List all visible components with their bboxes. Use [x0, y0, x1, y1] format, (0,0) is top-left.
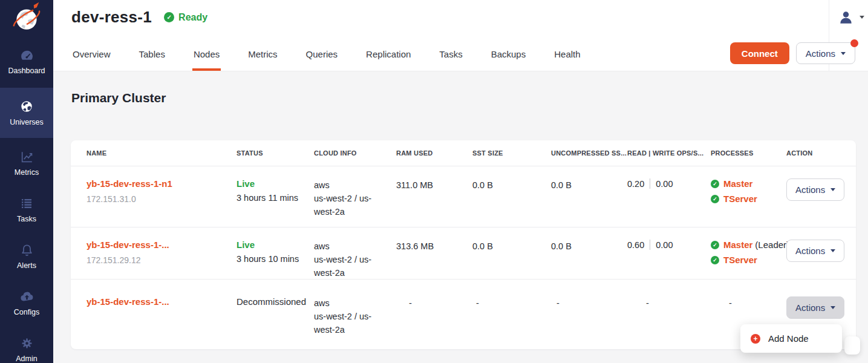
chevron-down-icon — [830, 306, 835, 309]
sidebar: Dashboard Universes Metrics — [0, 0, 53, 363]
check-circle-icon — [711, 241, 719, 249]
process-tserver-link[interactable]: TServer — [723, 194, 757, 204]
cloud-region: us-west-2 / us-west-2a — [314, 253, 378, 280]
node-name-link[interactable]: yb-15-dev-ress-1-... — [86, 296, 237, 307]
planet-rocket-icon — [8, 0, 45, 36]
tab-bar: Overview Tables Nodes Metrics Queries Re… — [71, 43, 582, 71]
process-leader-suffix: (Leader) — [755, 240, 789, 250]
sidebar-item-alerts[interactable]: Alerts — [0, 235, 53, 278]
chevron-down-icon — [830, 188, 835, 191]
ram-used-value: 313.6 MB — [396, 240, 472, 253]
tab-nodes[interactable]: Nodes — [192, 43, 221, 71]
cloud-provider: aws — [314, 240, 378, 253]
sidebar-item-tasks[interactable]: Tasks — [0, 188, 53, 231]
column-header-sst-size: SST SIZE — [472, 149, 551, 157]
read-write-ops: - — [627, 296, 711, 310]
sidebar-item-label: Metrics — [15, 168, 39, 177]
tab-replication[interactable]: Replication — [365, 43, 412, 71]
processes-cell: Master (Leader) TServer — [711, 240, 786, 270]
chevron-down-icon — [841, 52, 846, 55]
node-ip: 172.151.29.12 — [86, 255, 237, 265]
sidebar-item-universes[interactable]: Universes — [0, 88, 53, 138]
node-uptime: 3 hours 10 mins — [237, 254, 314, 264]
menu-item-label: Add Node — [768, 333, 809, 344]
tab-health[interactable]: Health — [553, 43, 581, 71]
node-name-link[interactable]: yb-15-dev-ress-1-... — [86, 240, 237, 250]
tab-backups[interactable]: Backups — [490, 43, 527, 71]
table-row: yb-15-dev-ress-1-... 172.151.29.12 Live … — [71, 227, 856, 279]
write-ops-value: 0.00 — [656, 179, 673, 189]
user-menu[interactable] — [838, 9, 864, 25]
page-title: dev-ress-1 — [71, 8, 152, 27]
sidebar-item-label: Alerts — [17, 261, 36, 270]
process-master-link[interactable]: Master — [723, 178, 752, 189]
table-row: yb-15-dev-ress-1-n1 172.151.31.0 Live 3 … — [71, 166, 856, 227]
gear-icon — [20, 336, 34, 350]
sst-size-value: 0.0 B — [472, 178, 551, 192]
node-name-link[interactable]: yb-15-dev-ress-1-n1 — [86, 178, 237, 189]
uncompressed-value: 0.0 B — [551, 240, 627, 253]
node-actions-button[interactable]: Actions — [786, 240, 844, 262]
cloud-provider: aws — [314, 178, 378, 192]
connect-button[interactable]: Connect — [730, 42, 789, 64]
yugabyte-logo[interactable] — [0, 0, 53, 36]
processes-cell: - — [711, 296, 786, 310]
universe-actions-button[interactable]: Actions — [796, 42, 855, 64]
sidebar-item-admin[interactable]: Admin — [0, 328, 53, 363]
node-actions-button[interactable]: Actions — [786, 178, 844, 201]
sidebar-item-label: Tasks — [17, 215, 36, 223]
column-header-ram-used: RAM USED — [396, 149, 472, 157]
tab-tasks[interactable]: Tasks — [438, 43, 463, 71]
value-divider — [650, 240, 650, 250]
write-ops-value: 0.00 — [656, 240, 673, 250]
section-title: Primary Cluster — [71, 91, 166, 105]
sidebar-item-label: Universes — [10, 118, 44, 126]
status-badge-label: Ready — [178, 12, 207, 23]
node-actions-button-open[interactable]: Actions — [786, 296, 844, 319]
table-header-row: NAME STATUS CLOUD INFO RAM USED SST SIZE… — [71, 140, 856, 166]
node-actions-label: Actions — [795, 302, 825, 313]
column-header-status: STATUS — [237, 149, 314, 157]
tab-metrics[interactable]: Metrics — [247, 43, 278, 71]
universe-header: dev-ress-1 Ready Overview Tables Nodes M… — [53, 0, 868, 71]
gauge-icon — [19, 48, 34, 62]
sidebar-item-metrics[interactable]: Metrics — [0, 142, 53, 185]
column-header-uncompressed: UNCOMPRESSED SS... — [551, 149, 627, 157]
read-ops-value: 0.60 — [627, 240, 644, 250]
notification-dot — [850, 39, 858, 47]
check-circle-icon — [711, 195, 719, 203]
plus-circle-icon — [751, 334, 760, 344]
sst-size-value: - — [472, 296, 551, 310]
column-header-read-write: READ | WRITE OPS/S... — [627, 149, 711, 157]
node-uptime: 3 hours 11 mins — [237, 193, 314, 203]
user-avatar-icon — [838, 9, 854, 25]
header-buttons: Connect Actions — [730, 42, 855, 64]
bell-icon — [19, 243, 34, 257]
cloud-upload-icon — [19, 289, 35, 304]
globe-icon — [19, 99, 34, 114]
node-status: Live — [237, 178, 314, 189]
process-tserver-link[interactable]: TServer — [723, 255, 757, 265]
ram-used-value: 311.0 MB — [396, 178, 472, 192]
check-circle-icon — [711, 180, 719, 188]
node-actions-menu: Add Node — [740, 324, 842, 353]
nodes-table-card: NAME STATUS CLOUD INFO RAM USED SST SIZE… — [71, 140, 856, 349]
sidebar-item-dashboard[interactable]: Dashboard — [0, 40, 53, 83]
universe-actions-label: Actions — [806, 48, 835, 59]
menu-item-add-node[interactable]: Add Node — [740, 329, 842, 348]
column-header-action: ACTION — [786, 149, 843, 157]
tab-tables[interactable]: Tables — [138, 43, 166, 71]
sidebar-item-label: Admin — [16, 355, 37, 363]
sidebar-item-configs[interactable]: Configs — [0, 281, 53, 324]
ram-used-value: - — [396, 296, 472, 310]
cloud-region: us-west-2 / us-west-2a — [314, 310, 378, 336]
title-row: dev-ress-1 Ready — [71, 8, 207, 27]
tab-overview[interactable]: Overview — [71, 43, 112, 71]
tab-queries[interactable]: Queries — [305, 43, 339, 71]
node-status: Decommissioned — [237, 296, 314, 307]
chevron-down-icon — [860, 16, 864, 19]
node-actions-label: Actions — [795, 185, 825, 195]
process-master-link[interactable]: Master — [723, 240, 752, 250]
node-actions-label: Actions — [795, 246, 825, 256]
column-header-processes: PROCESSES — [711, 149, 786, 157]
